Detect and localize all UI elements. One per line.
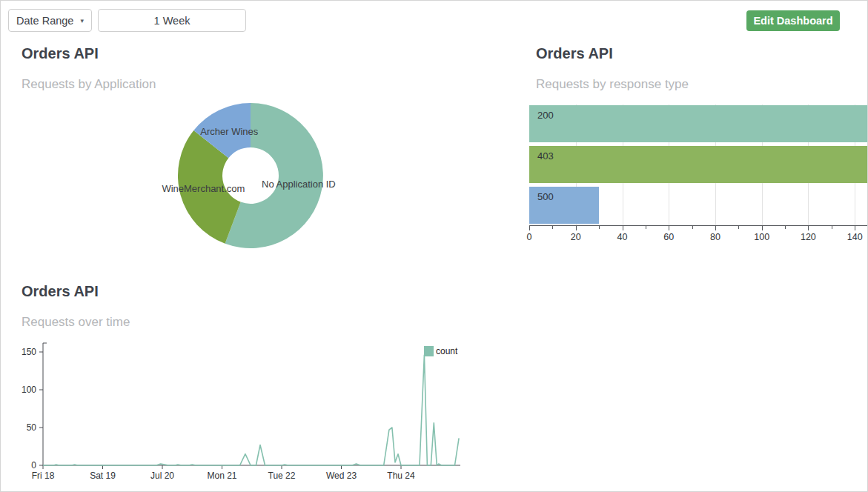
tick-label: Wed 23	[326, 471, 357, 481]
tick-label: 0	[31, 460, 36, 471]
bar-label: 200	[537, 110, 554, 121]
tick-label: 60	[657, 232, 680, 242]
tick-label: 150	[21, 347, 36, 357]
date-range-label: Date Range	[16, 15, 73, 27]
bar-200: 200	[529, 105, 868, 142]
axis-tick	[738, 226, 739, 229]
donut-chart: No Application IDWineMerchant.comArcher …	[1, 93, 490, 260]
tick-label: 120	[797, 232, 819, 242]
tick-label: 0	[518, 232, 540, 242]
line-chart: 050100150Fri 18Sat 19Jul 20Mon 21Tue 22W…	[1, 334, 497, 492]
bar-label: 500	[537, 191, 554, 202]
axis-tick	[646, 226, 646, 229]
edit-dashboard-button[interactable]: Edit Dashboard	[746, 10, 840, 31]
series-line	[43, 355, 459, 465]
bar-403: 403	[529, 146, 868, 183]
panel-subtitle-by-application: Requests by Application	[21, 77, 156, 92]
tick-label: Fri 18	[32, 471, 55, 481]
axis-tick	[529, 226, 530, 230]
panel-subtitle-over-time: Requests over time	[21, 315, 130, 330]
axis-tick	[785, 226, 786, 229]
axis-tick	[808, 226, 809, 230]
axis-tick	[715, 226, 716, 230]
axis-tick	[599, 226, 600, 229]
panel-title-by-application: Orders API	[21, 45, 99, 62]
tick-label: Tue 22	[268, 471, 296, 481]
bar-chart: 200403500020406080100120140	[529, 104, 868, 249]
tick-label: 80	[704, 232, 726, 242]
tick-label: 100	[21, 385, 36, 395]
range-value-button[interactable]: 1 Week	[98, 9, 246, 32]
axis-tick	[832, 226, 832, 229]
donut-slice-label: Archer Wines	[200, 126, 259, 137]
tick-label: 140	[844, 232, 866, 242]
date-range-dropdown[interactable]: Date Range ▾	[8, 9, 92, 32]
axis-tick	[855, 226, 855, 230]
bar-500: 500	[529, 187, 599, 224]
legend-label: count	[436, 346, 458, 356]
donut-slice-label: WineMerchant.com	[162, 183, 245, 194]
tick-label: Mon 21	[207, 471, 236, 481]
tick-label: 40	[612, 232, 634, 242]
tick-label: 50	[27, 422, 37, 433]
x-axis	[529, 225, 868, 226]
axis-tick	[669, 226, 669, 230]
axis-tick	[552, 226, 553, 229]
axis-tick	[576, 226, 577, 230]
axis-tick	[762, 226, 763, 230]
panel-title-by-response: Orders API	[536, 45, 613, 62]
panel-subtitle-by-response: Requests by response type	[536, 77, 689, 92]
tick-label: Thu 24	[387, 471, 415, 481]
bar-label: 403	[537, 150, 554, 162]
tick-label: 20	[565, 232, 587, 242]
chevron-down-icon: ▾	[80, 17, 84, 24]
donut-slice-label: No Application ID	[262, 179, 336, 190]
axis-tick	[623, 226, 623, 230]
tick-label: Jul 20	[150, 471, 174, 481]
panel-title-over-time: Orders API	[21, 283, 99, 300]
tick-label: 100	[751, 232, 773, 242]
tick-label: Sat 19	[90, 471, 116, 481]
legend-swatch	[424, 346, 434, 356]
axis-tick	[692, 226, 693, 229]
